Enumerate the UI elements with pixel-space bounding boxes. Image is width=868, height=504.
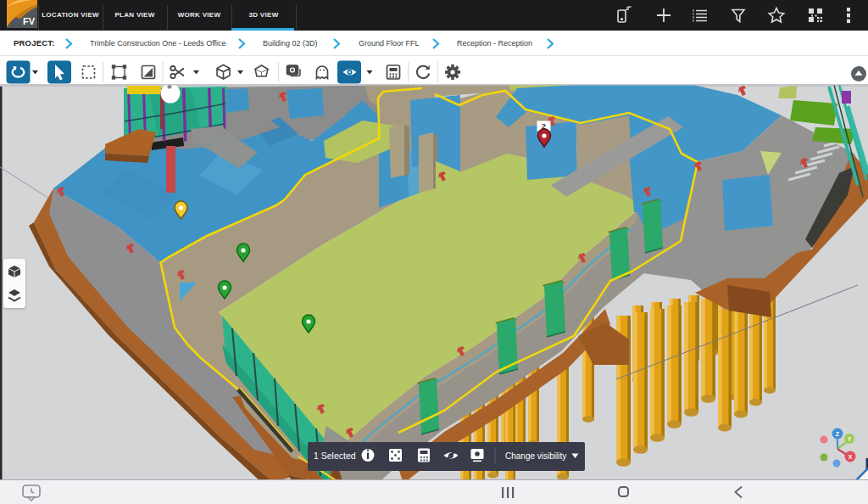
svg-text:FV: FV [23, 16, 36, 26]
svg-text:1 Selected: 1 Selected [314, 451, 356, 461]
svg-text:Y: Y [848, 436, 852, 442]
svg-text:Z: Z [836, 431, 840, 437]
svg-text:X: X [849, 454, 853, 460]
svg-text:Change visibility: Change visibility [505, 451, 566, 461]
